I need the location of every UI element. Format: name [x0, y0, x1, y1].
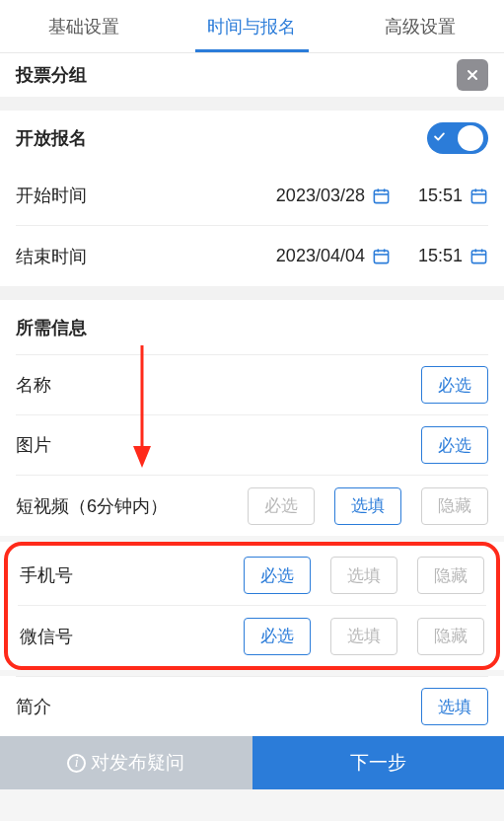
- next-step-button[interactable]: 下一步: [252, 736, 505, 789]
- start-time-value: 15:51: [418, 186, 463, 206]
- calendar-icon: [469, 187, 488, 205]
- start-date-value: 2023/03/28: [276, 186, 365, 206]
- field-short-video-label: 短视频（6分钟内）: [16, 494, 203, 518]
- field-image-required[interactable]: 必选: [421, 426, 488, 464]
- calendar-icon: [372, 247, 391, 265]
- field-intro-optional[interactable]: 选填: [421, 688, 488, 725]
- end-time-label: 结束时间: [16, 245, 105, 268]
- end-date-picker[interactable]: 2023/04/04: [276, 246, 391, 266]
- phone-hidden[interactable]: 隐藏: [417, 557, 484, 594]
- calendar-icon: [372, 187, 391, 205]
- field-wechat-label: 微信号: [20, 625, 108, 648]
- tab-basic[interactable]: 基础设置: [0, 0, 168, 52]
- publish-question-button[interactable]: i 对发布疑问: [0, 736, 252, 789]
- short-video-optional[interactable]: 选填: [334, 487, 401, 525]
- calendar-icon: [469, 247, 488, 265]
- voting-group-label: 投票分组: [16, 63, 105, 87]
- open-enroll-label: 开放报名: [16, 126, 105, 150]
- field-intro-label: 简介: [16, 695, 105, 718]
- phone-required[interactable]: 必选: [244, 557, 311, 594]
- bottom-bar: i 对发布疑问 下一步: [0, 736, 504, 789]
- tabs: 基础设置 时间与报名 高级设置: [0, 0, 504, 53]
- field-name-required[interactable]: 必选: [421, 366, 488, 404]
- end-time-picker[interactable]: 15:51: [418, 246, 488, 266]
- short-video-hidden[interactable]: 隐藏: [421, 487, 488, 525]
- required-info-heading: 所需信息: [16, 316, 105, 339]
- info-icon: i: [67, 754, 86, 773]
- open-enroll-switch[interactable]: [427, 122, 488, 154]
- publish-question-label: 对发布疑问: [91, 750, 184, 776]
- switch-knob: [458, 125, 483, 151]
- close-icon[interactable]: [457, 59, 488, 91]
- short-video-required[interactable]: 必选: [248, 487, 315, 525]
- wechat-hidden[interactable]: 隐藏: [417, 618, 484, 655]
- highlight-box: 手机号 必选 选填 隐藏 微信号 必选 选填 隐藏: [4, 542, 500, 670]
- start-time-label: 开始时间: [16, 184, 105, 207]
- check-icon: [432, 129, 447, 147]
- end-time-value: 15:51: [418, 246, 463, 266]
- wechat-required[interactable]: 必选: [244, 618, 311, 655]
- field-image-label: 图片: [16, 433, 105, 457]
- field-phone-label: 手机号: [20, 563, 108, 587]
- field-name-label: 名称: [16, 373, 105, 397]
- start-date-picker[interactable]: 2023/03/28: [276, 186, 391, 206]
- end-date-value: 2023/04/04: [276, 246, 365, 266]
- wechat-optional[interactable]: 选填: [330, 618, 397, 655]
- phone-optional[interactable]: 选填: [330, 557, 397, 594]
- tab-time-enroll[interactable]: 时间与报名: [168, 0, 335, 52]
- start-time-picker[interactable]: 15:51: [418, 186, 488, 206]
- next-step-label: 下一步: [350, 750, 406, 776]
- tab-advanced[interactable]: 高级设置: [336, 0, 504, 52]
